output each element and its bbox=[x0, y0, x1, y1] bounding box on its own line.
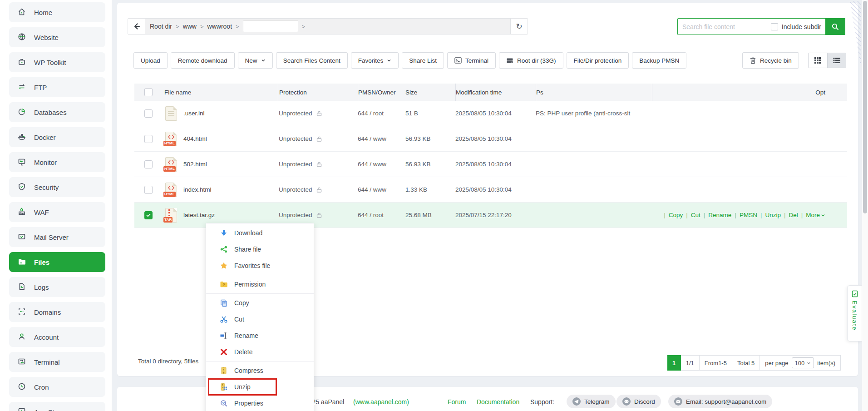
file-name[interactable]: index.html bbox=[183, 186, 212, 193]
sidebar-item-mail-server[interactable]: Mail Server bbox=[9, 227, 105, 247]
menu-item-permission[interactable]: Permission bbox=[206, 276, 314, 292]
sidebar-item-logs[interactable]: Logs bbox=[9, 277, 105, 297]
table-row[interactable]: HTML 404.html Unprotected 644 / www 56.9… bbox=[134, 126, 847, 152]
unlock-icon[interactable] bbox=[316, 187, 322, 193]
sidebar-item-monitor[interactable]: Monitor bbox=[9, 152, 105, 172]
list-view-button[interactable] bbox=[827, 53, 846, 68]
refresh-icon: ↻ bbox=[516, 22, 522, 31]
menu-item-rename[interactable]: Rename bbox=[206, 327, 314, 344]
upload-button[interactable]: Upload bbox=[133, 52, 168, 69]
terminal-button[interactable]: Terminal bbox=[447, 52, 496, 69]
sidebar-item-website[interactable]: Website bbox=[9, 27, 105, 47]
file-dir-protection-button[interactable]: File/Dir protection bbox=[567, 52, 629, 69]
unlock-icon[interactable] bbox=[316, 110, 322, 117]
row-checkbox-checked[interactable] bbox=[144, 211, 153, 219]
sidebar-item-wp-toolkit[interactable]: WP Toolkit bbox=[9, 52, 105, 72]
more-link[interactable]: More bbox=[806, 212, 825, 218]
search-files-content-button[interactable]: Search Files Content bbox=[276, 52, 348, 69]
unzip-link[interactable]: Unzip bbox=[765, 212, 781, 218]
aapanel-site-link[interactable]: (www.aapanel.com) bbox=[353, 395, 409, 409]
file-name[interactable]: .user.ini bbox=[183, 110, 205, 117]
menu-item-compress[interactable]: Compress bbox=[206, 362, 314, 379]
file-name[interactable]: 502.html bbox=[183, 161, 207, 168]
select-all-checkbox[interactable] bbox=[144, 88, 153, 96]
del-link[interactable]: Del bbox=[789, 212, 798, 218]
row-checkbox[interactable] bbox=[144, 160, 153, 168]
row-checkbox[interactable] bbox=[144, 135, 153, 143]
sidebar-item-app-store[interactable]: App Store bbox=[9, 402, 105, 411]
pmsn-link[interactable]: PMSN bbox=[740, 212, 757, 218]
copy-link[interactable]: Copy bbox=[669, 212, 683, 218]
discord-pill[interactable]: Discord bbox=[616, 395, 661, 408]
sidebar-item-label: Logs bbox=[34, 283, 49, 291]
breadcrumb-segment-rootdir[interactable]: Root dir bbox=[150, 23, 172, 30]
sidebar-item-databases[interactable]: Databases bbox=[9, 102, 105, 122]
email-pill[interactable]: Email: support@aapanel.com bbox=[668, 395, 772, 408]
action-separator: | bbox=[735, 212, 736, 218]
backup-pmsn-button[interactable]: Backup PMSN bbox=[632, 52, 686, 69]
recycle-bin-button[interactable]: Recycle bin bbox=[742, 52, 799, 69]
back-button[interactable] bbox=[128, 19, 145, 34]
unlock-icon[interactable] bbox=[316, 212, 322, 218]
protection-status: Unprotected bbox=[279, 110, 312, 117]
unlock-icon[interactable] bbox=[316, 136, 322, 142]
menu-item-unzip[interactable]: Unzip bbox=[206, 379, 314, 395]
sidebar-item-domains[interactable]: Domains bbox=[9, 302, 105, 322]
evaluate-tab[interactable]: Evaluate bbox=[847, 285, 862, 342]
menu-item-share-file[interactable]: Share file bbox=[206, 241, 314, 257]
favorites-button[interactable]: Favorites bbox=[351, 52, 399, 69]
search-button[interactable] bbox=[825, 18, 845, 35]
breadcrumb-segment-wwwroot[interactable]: wwwroot bbox=[207, 23, 232, 30]
documentation-link[interactable]: Documentation bbox=[477, 395, 519, 409]
new-button[interactable]: New bbox=[238, 52, 273, 69]
path-input[interactable] bbox=[243, 20, 298, 32]
per-page-value: 100 bbox=[795, 360, 805, 366]
row-checkbox[interactable] bbox=[144, 186, 153, 194]
file-name[interactable]: latest.tar.gz bbox=[183, 212, 215, 218]
protection-status: Unprotected bbox=[279, 186, 312, 193]
header-protection: Protection bbox=[278, 84, 358, 101]
menu-item-cut[interactable]: Cut bbox=[206, 311, 314, 327]
transfer-arrows-icon bbox=[17, 82, 26, 93]
forum-link[interactable]: Forum bbox=[448, 395, 466, 409]
search-input[interactable] bbox=[678, 19, 771, 35]
per-page-select[interactable]: 100 bbox=[792, 357, 814, 368]
menu-item-delete[interactable]: Delete bbox=[206, 344, 314, 360]
unzip-icon bbox=[220, 383, 228, 391]
table-row[interactable]: HTML index.html Unprotected 644 / www 1.… bbox=[134, 177, 847, 203]
grid-view-button[interactable] bbox=[809, 53, 827, 68]
rename-link[interactable]: Rename bbox=[708, 212, 731, 218]
scrollbar-thumb[interactable] bbox=[863, 1, 867, 213]
sidebar-item-docker[interactable]: Docker bbox=[9, 127, 105, 147]
include-subdir-checkbox[interactable] bbox=[771, 23, 778, 30]
file-name[interactable]: 404.html bbox=[183, 135, 207, 142]
refresh-button[interactable]: ↻ bbox=[510, 19, 528, 34]
cut-link[interactable]: Cut bbox=[691, 212, 700, 218]
page-1-button[interactable]: 1 bbox=[667, 355, 681, 371]
table-row[interactable]: HTML 502.html Unprotected 644 / www 56.9… bbox=[134, 152, 847, 177]
remote-download-button[interactable]: Remote download bbox=[171, 52, 235, 69]
unlock-icon[interactable] bbox=[316, 161, 322, 168]
sidebar-item-ftp[interactable]: FTP bbox=[9, 77, 105, 97]
menu-item-favorites-file[interactable]: Favorites file bbox=[206, 257, 314, 274]
sidebar-item-cron[interactable]: Cron bbox=[9, 377, 105, 397]
sidebar-item-account[interactable]: Account bbox=[9, 327, 105, 347]
menu-item-download[interactable]: Download bbox=[206, 225, 314, 241]
sidebar-item-files[interactable]: Files bbox=[9, 252, 105, 272]
disk-icon bbox=[506, 57, 513, 64]
table-row[interactable]: .user.ini Unprotected 644 / root 51 B 20… bbox=[134, 101, 847, 126]
sidebar-item-waf[interactable]: WAF bbox=[9, 202, 105, 222]
breadcrumb-segment-www[interactable]: www bbox=[183, 23, 197, 30]
root-dir-button[interactable]: Root dir (33G) bbox=[499, 52, 563, 69]
monitor-icon bbox=[17, 157, 26, 168]
sidebar-item-home[interactable]: Home bbox=[9, 2, 105, 22]
menu-item-properties[interactable]: Properties bbox=[206, 395, 314, 411]
sidebar-item-terminal[interactable]: Terminal bbox=[9, 352, 105, 372]
sidebar-item-security[interactable]: Security bbox=[9, 177, 105, 197]
items-label: item(s) bbox=[817, 360, 835, 366]
row-checkbox[interactable] bbox=[144, 109, 153, 118]
menu-item-copy[interactable]: Copy bbox=[206, 295, 314, 311]
sidebar-item-label: Docker bbox=[34, 134, 56, 141]
share-list-button[interactable]: Share List bbox=[402, 52, 444, 69]
telegram-pill[interactable]: Telegram bbox=[567, 395, 616, 408]
